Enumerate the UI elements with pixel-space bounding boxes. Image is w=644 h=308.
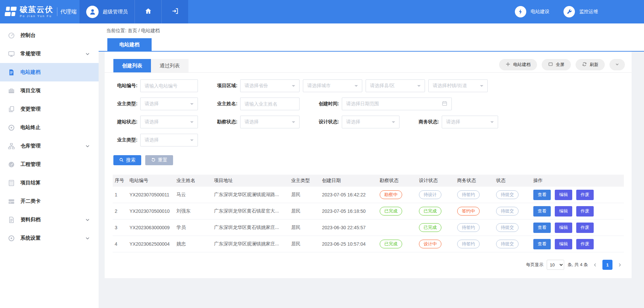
fullscreen-button[interactable]: 全屏 [542,59,571,70]
cell-no: 4 [113,241,129,247]
create-station-button[interactable]: 电站建档 [499,59,537,70]
sidebar-item-label: 电站建档 [20,69,41,75]
status-badge: 设计中 [419,240,441,249]
tab-approved-list[interactable]: 通过列表 [151,59,189,72]
sidebar-item-change-management[interactable]: 变更管理 [0,100,99,118]
column-header: 勘察状态 [380,178,419,184]
build-status-select[interactable]: 请选择 [140,116,198,128]
cell-code: YX2023062500004 [129,241,176,247]
per-page-select[interactable]: 10 [547,260,564,270]
page-number-1[interactable]: 1 [602,260,612,270]
sidebar-item-console[interactable]: 控制台 [0,26,99,45]
cell-owner: 学员 [176,225,214,231]
cell-business-status: 待签约 [457,223,496,232]
sidebar-item-label: 工程管理 [20,161,41,168]
cell-business-status: 待签约 [457,240,496,249]
sidebar-menu: 控制台常规管理电站建档项目立项变更管理电站终止仓库管理工程管理项目结算开二类卡资… [0,23,99,308]
sidebar-item-engineering[interactable]: 工程管理 [0,155,99,174]
cell-no: 3 [113,225,129,230]
search-label: 搜索 [126,157,136,163]
owner-name-input[interactable] [240,98,299,110]
status-badge: 待签约 [457,190,480,199]
sidebar-item-warehouse[interactable]: 仓库管理 [0,137,99,155]
row-action-void-button[interactable]: 作废 [576,239,594,249]
brand: 破茧云伏 Po Jian Yun Fu 代理端 [0,0,79,23]
district-select[interactable]: 请选择县/区 [366,79,425,92]
prev-page-button[interactable] [591,263,599,267]
next-page-button[interactable] [616,263,624,267]
cell-code: YX2023070500011 [129,192,176,197]
reset-button[interactable]: 重置 [145,155,173,165]
survey-status-select[interactable]: 请选择 [240,116,300,128]
user-menu[interactable]: 超级管理员 [79,0,135,23]
sidebar-item-label: 仓库管理 [20,143,41,149]
dashboard-icon [7,160,16,169]
row-action-void-button[interactable]: 作废 [576,223,594,233]
brand-subtitle: Po Jian Yun Fu [20,15,53,18]
row-action-view-button[interactable]: 查看 [533,206,551,217]
tab-create-list[interactable]: 创建列表 [113,59,151,72]
nav-monitoring-ops[interactable]: 监控运维 [564,6,598,17]
owner-type-select[interactable]: 请选择 [140,98,198,110]
field-owner-name: 业主姓名: [213,98,300,110]
business-status-select[interactable]: 请选择 [442,116,498,128]
topbar-user-segment: 超级管理员 [79,0,188,23]
sidebar-item-project-initiation[interactable]: 项目立项 [0,81,99,100]
sidebar-item-second-card[interactable]: 开二类卡 [0,192,99,210]
table-body: 1YX2023070500011马云广东深圳龙华区观澜镇观湖路...居民2023… [113,187,624,252]
station-code-input-wrap [140,79,198,92]
page-tab-station-archive[interactable]: 电站建档 [107,38,152,51]
collapse-button[interactable] [609,59,625,70]
field-survey-status: 勘察状态: 请选择 [213,116,300,128]
reset-label: 重置 [158,157,167,163]
status-badge: 待签约 [457,240,480,249]
row-action-void-button[interactable]: 作废 [576,206,594,217]
town-select[interactable]: 请选择村镇/街道 [428,79,488,92]
field-design-status: 设计状态: 请选择 [315,116,399,128]
sidebar-item-station-archive[interactable]: 电站建档 [0,63,99,81]
nav-station-construction[interactable]: 电站建设 [515,6,549,17]
design-status-select[interactable]: 请选择 [342,116,399,128]
sidebar-item-system-settings[interactable]: 系统设置 [0,229,99,247]
cell-address: 广东深圳龙华区黄石镇星官大... [214,208,291,214]
logout-button[interactable] [161,0,188,23]
row-action-edit-button[interactable]: 编辑 [555,223,572,233]
cell-owner-type: 居民 [291,208,322,214]
field-label: 业主姓名: [213,101,237,107]
search-button[interactable]: 搜索 [113,155,141,165]
home-button[interactable] [135,0,161,23]
row-action-edit-button[interactable]: 编辑 [555,190,572,200]
province-select[interactable]: 请选择省份 [240,79,300,92]
briefcase-icon [7,86,16,95]
row-action-view-button[interactable]: 查看 [533,223,551,233]
date-range-picker[interactable]: 请选择日期范围 [342,98,452,110]
status-badge: 待提交 [496,240,519,249]
station-code-input[interactable] [141,80,198,92]
filter-panel: 电站编号: 项目区域: 请选择省份 [105,73,632,165]
row-action-edit-button[interactable]: 编辑 [555,206,572,217]
sidebar-item-station-termination[interactable]: 电站终止 [0,118,99,137]
row-action-view-button[interactable]: 查看 [533,239,551,249]
settings-icon [7,234,16,243]
cell-design-status: 设计中 [419,240,457,249]
fullscreen-icon [548,62,553,68]
logout-icon [171,7,179,16]
refresh-icon [582,62,587,68]
field-label: 设计状态: [315,119,339,125]
row-action-void-button[interactable]: 作废 [576,190,594,200]
row-action-view-button[interactable]: 查看 [533,190,551,200]
row-action-edit-button[interactable]: 编辑 [555,239,572,249]
field-project-region: 项目区域: 请选择省份 请选择城市 [213,79,491,92]
refresh-button[interactable]: 刷新 [576,59,605,70]
column-header: 创建日期 [322,178,380,184]
cell-actions: 查看编辑作废 [533,190,624,200]
cell-no: 2 [113,208,129,214]
sidebar-item-settlement[interactable]: 项目结算 [0,174,99,192]
breadcrumb-path: 首页 / 电站建档 [128,28,160,33]
sidebar-item-general-management[interactable]: 常规管理 [0,45,99,63]
owner-type-select-2[interactable]: 请选择 [140,134,198,146]
field-label: 勘察状态: [213,119,237,125]
city-select[interactable]: 请选择城市 [303,79,362,92]
sidebar-item-archives[interactable]: 资料归档 [0,210,99,229]
caret-down-icon [355,85,358,88]
